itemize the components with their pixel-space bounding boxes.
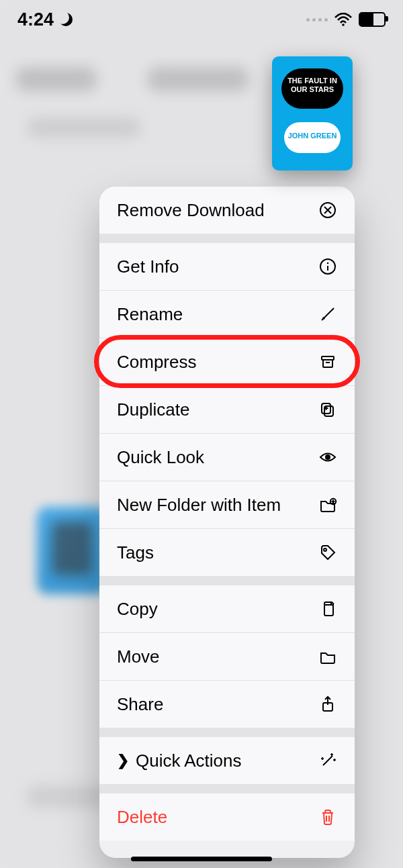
trash-icon (318, 808, 337, 826)
menu-item-tags[interactable]: Tags (99, 528, 355, 576)
context-menu: Remove DownloadGet InfoRenameCompressDup… (99, 187, 355, 858)
cover-author-cloud: JOHN GREEN (284, 122, 341, 153)
battery-icon (359, 12, 386, 27)
menu-item-remove[interactable]: Remove Download (99, 187, 355, 234)
menu-separator (99, 784, 355, 793)
tag-icon (318, 543, 337, 562)
cell-signal-icon (306, 18, 328, 21)
bg-file-thumb (37, 507, 107, 594)
menu-separator (99, 728, 355, 737)
menu-item-label: Move (117, 646, 318, 667)
menu-item-delete[interactable]: Delete (99, 793, 355, 840)
wand-icon (318, 751, 337, 770)
file-thumbnail[interactable]: THE FAULT IN OUR STARS JOHN GREEN (272, 56, 353, 171)
menu-item-label: Quick Actions (136, 751, 318, 771)
svg-point-0 (342, 23, 345, 26)
bg-smudge (27, 117, 141, 138)
status-time: 4:24 (17, 9, 54, 30)
menu-item-rename[interactable]: Rename (99, 290, 355, 338)
eye-icon (318, 448, 337, 467)
menu-item-label: Delete (117, 807, 318, 828)
menu-item-label: Rename (117, 304, 318, 325)
menu-item-newfolder[interactable]: New Folder with Item (99, 481, 355, 528)
menu-item-quicklook[interactable]: Quick Look (99, 433, 355, 481)
share-icon (318, 695, 337, 714)
menu-item-compress[interactable]: Compress (99, 338, 355, 385)
menu-group: ❯Quick Actions (99, 737, 355, 784)
cover-title: THE FAULT IN OUR STARS (281, 77, 343, 94)
bg-smudge (16, 67, 97, 91)
menu-item-quickactions[interactable]: ❯Quick Actions (99, 737, 355, 784)
cover-author: JOHN GREEN (284, 132, 341, 140)
menu-separator (99, 234, 355, 243)
menu-item-label: Quick Look (117, 447, 318, 468)
cover-title-cloud: THE FAULT IN OUR STARS (281, 68, 343, 109)
menu-item-label: Copy (117, 599, 318, 620)
menu-item-info[interactable]: Get Info (99, 243, 355, 290)
menu-group: Delete (99, 793, 355, 840)
dup-icon (318, 400, 337, 419)
menu-item-copy[interactable]: Copy (99, 585, 355, 632)
status-bar: 4:24 (0, 0, 403, 39)
info-icon (318, 257, 337, 276)
docs-icon (318, 599, 337, 618)
pencil-icon (318, 305, 337, 324)
bg-smudge (148, 67, 249, 91)
menu-item-label: New Folder with Item (117, 495, 318, 516)
menu-item-label: Compress (117, 352, 318, 373)
x-circle-icon (318, 201, 337, 220)
menu-item-move[interactable]: Move (99, 632, 355, 680)
menu-item-label: Get Info (117, 256, 318, 277)
menu-separator (99, 576, 355, 585)
folder-plus-icon (318, 495, 337, 514)
menu-item-label: Duplicate (117, 399, 318, 420)
menu-item-label: Tags (117, 542, 318, 563)
battery-fill (360, 13, 373, 26)
menu-group: Remove Download (99, 187, 355, 234)
menu-item-label: Remove Download (117, 200, 318, 221)
menu-item-label: Share (117, 694, 318, 715)
menu-item-share[interactable]: Share (99, 680, 355, 728)
menu-group: Get InfoRenameCompressDuplicateQuick Loo… (99, 243, 355, 576)
wifi-icon (334, 13, 352, 26)
menu-group: CopyMoveShare (99, 585, 355, 728)
chevron-right-icon: ❯ (117, 752, 129, 769)
home-indicator[interactable] (131, 857, 272, 861)
menu-item-duplicate[interactable]: Duplicate (99, 385, 355, 433)
archive-icon (318, 352, 337, 371)
folder-icon (318, 647, 337, 666)
dnd-moon-icon (59, 13, 73, 26)
